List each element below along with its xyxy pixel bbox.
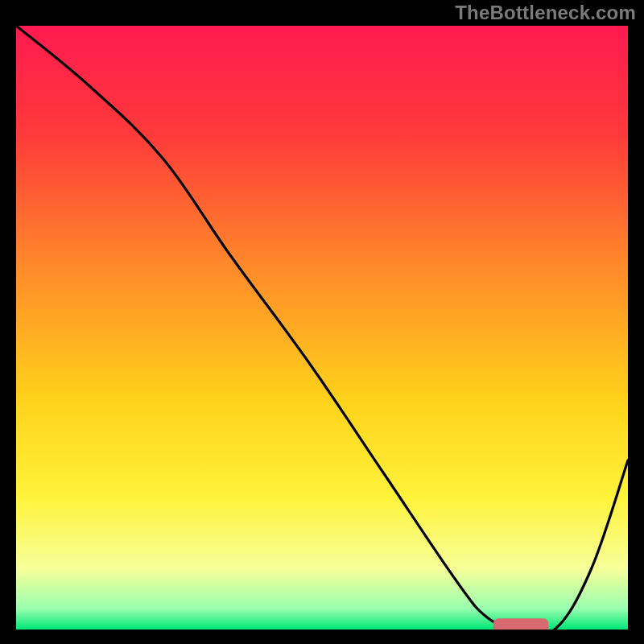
optimal-range-marker	[493, 618, 548, 630]
plot-area	[16, 26, 628, 630]
chart-svg	[16, 26, 628, 630]
gradient-background	[16, 26, 628, 630]
watermark-text: TheBottleneck.com	[455, 2, 636, 24]
chart-frame: TheBottleneck.com	[0, 0, 644, 644]
